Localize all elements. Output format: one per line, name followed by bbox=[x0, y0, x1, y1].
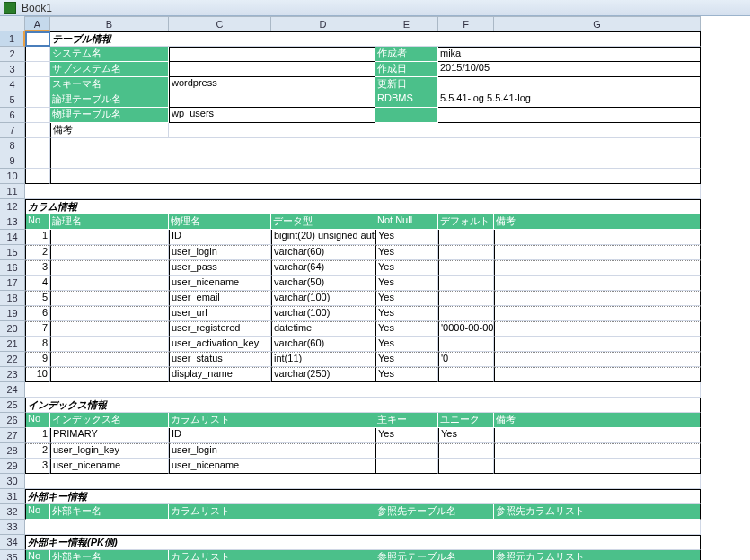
cell[interactable]: 3 bbox=[25, 459, 50, 474]
cell[interactable]: 1 bbox=[25, 230, 50, 245]
cell[interactable] bbox=[375, 459, 438, 474]
val-schema[interactable]: wordpress bbox=[169, 77, 375, 92]
row-header[interactable]: 27 bbox=[0, 428, 25, 443]
label-rdbms[interactable]: RDBMS bbox=[375, 92, 438, 108]
row-header[interactable]: 17 bbox=[0, 276, 25, 291]
cell[interactable] bbox=[494, 459, 701, 474]
label-system[interactable]: システム名 bbox=[50, 47, 169, 62]
row-header[interactable]: 18 bbox=[0, 291, 25, 306]
cell[interactable] bbox=[25, 62, 50, 77]
section-title[interactable]: 外部キー情報(PK側) bbox=[25, 535, 701, 550]
col-header-D[interactable]: D bbox=[271, 16, 375, 31]
col-name[interactable]: 外部キー名 bbox=[50, 504, 169, 520]
cell[interactable]: varchar(64) bbox=[271, 260, 375, 276]
cell[interactable] bbox=[438, 276, 494, 291]
col-no[interactable]: No bbox=[25, 413, 50, 428]
row-header[interactable]: 35 bbox=[0, 550, 25, 560]
cell[interactable]: 7 bbox=[25, 321, 50, 337]
select-all-corner[interactable] bbox=[0, 16, 25, 31]
cell[interactable] bbox=[438, 443, 494, 459]
cell[interactable]: '0 bbox=[438, 352, 494, 367]
col-logical[interactable]: 論理名 bbox=[50, 214, 169, 230]
col-default[interactable]: デフォルト bbox=[438, 214, 494, 230]
cell[interactable] bbox=[50, 230, 169, 245]
cell[interactable] bbox=[438, 260, 494, 276]
cell[interactable]: display_name bbox=[169, 367, 271, 382]
row-header[interactable]: 28 bbox=[0, 443, 25, 459]
cell[interactable]: varchar(100) bbox=[271, 291, 375, 306]
cell[interactable] bbox=[494, 367, 701, 382]
row-header[interactable]: 32 bbox=[0, 504, 25, 520]
cell[interactable] bbox=[438, 291, 494, 306]
cell[interactable] bbox=[50, 291, 169, 306]
row-header[interactable]: 29 bbox=[0, 459, 25, 474]
row-header[interactable]: 25 bbox=[0, 398, 25, 413]
cell[interactable]: user_pass bbox=[169, 260, 271, 276]
cell[interactable]: Yes bbox=[375, 321, 438, 337]
cell[interactable]: PRIMARY bbox=[50, 428, 169, 443]
row-header[interactable]: 2 bbox=[0, 47, 25, 62]
cell[interactable]: 3 bbox=[25, 260, 50, 276]
cell[interactable] bbox=[25, 123, 50, 138]
section-title[interactable]: カラム情報 bbox=[25, 199, 701, 214]
row-header[interactable]: 30 bbox=[0, 474, 25, 489]
cell[interactable]: varchar(50) bbox=[271, 276, 375, 291]
col-pk[interactable]: 主キー bbox=[375, 413, 438, 428]
val-updatedate[interactable] bbox=[438, 77, 701, 92]
label-subsystem[interactable]: サブシステム名 bbox=[50, 62, 169, 77]
col-name[interactable]: インデックス名 bbox=[50, 413, 169, 428]
row-header[interactable]: 8 bbox=[0, 138, 25, 153]
cell[interactable]: Yes bbox=[375, 276, 438, 291]
cell[interactable]: user_url bbox=[169, 306, 271, 321]
cell[interactable]: varchar(60) bbox=[271, 245, 375, 260]
workbook-titlebar[interactable]: Book1 bbox=[0, 0, 750, 16]
cell[interactable]: Yes bbox=[375, 260, 438, 276]
cell[interactable] bbox=[25, 474, 701, 489]
cell[interactable] bbox=[438, 108, 701, 123]
val-creator[interactable]: mika bbox=[438, 47, 701, 62]
cell[interactable] bbox=[494, 352, 701, 367]
cell[interactable] bbox=[494, 306, 701, 321]
col-uq[interactable]: ユニーク bbox=[438, 413, 494, 428]
cell[interactable] bbox=[25, 92, 50, 108]
cell[interactable]: Yes bbox=[375, 367, 438, 382]
row-header[interactable]: 26 bbox=[0, 413, 25, 428]
col-header-E[interactable]: E bbox=[375, 16, 438, 31]
row-header[interactable]: 15 bbox=[0, 245, 25, 260]
label-updatedate[interactable]: 更新日 bbox=[375, 77, 438, 92]
label-schema[interactable]: スキーマ名 bbox=[50, 77, 169, 92]
cell[interactable]: Yes bbox=[438, 428, 494, 443]
cell[interactable] bbox=[494, 260, 701, 276]
row-header[interactable]: 13 bbox=[0, 214, 25, 230]
col-notnull[interactable]: Not Null bbox=[375, 214, 438, 230]
cell[interactable]: user_login bbox=[169, 443, 375, 459]
cell[interactable]: user_nicename bbox=[50, 459, 169, 474]
col-cols[interactable]: カラムリスト bbox=[169, 504, 375, 520]
col-no[interactable]: No bbox=[25, 550, 50, 560]
col-header-G[interactable]: G bbox=[494, 16, 701, 31]
cell[interactable] bbox=[25, 153, 50, 169]
cell[interactable] bbox=[25, 169, 50, 184]
cell[interactable] bbox=[50, 276, 169, 291]
col-remarks[interactable]: 備考 bbox=[494, 413, 701, 428]
cell[interactable] bbox=[494, 321, 701, 337]
cell[interactable]: 2 bbox=[25, 245, 50, 260]
cell[interactable] bbox=[50, 169, 701, 184]
cell[interactable]: user_login bbox=[169, 245, 271, 260]
cell[interactable]: ID bbox=[169, 230, 271, 245]
val-remarks[interactable] bbox=[169, 123, 701, 138]
cell[interactable]: ID bbox=[169, 428, 375, 443]
cell[interactable] bbox=[438, 367, 494, 382]
row-header[interactable]: 7 bbox=[0, 123, 25, 138]
cell[interactable] bbox=[494, 230, 701, 245]
col-no[interactable]: No bbox=[25, 504, 50, 520]
cell[interactable]: Yes bbox=[375, 337, 438, 352]
row-header[interactable]: 34 bbox=[0, 535, 25, 550]
col-header-A[interactable]: A bbox=[25, 16, 50, 31]
cell[interactable] bbox=[25, 31, 50, 47]
row-header[interactable]: 4 bbox=[0, 77, 25, 92]
cell[interactable]: varchar(60) bbox=[271, 337, 375, 352]
row-header[interactable]: 6 bbox=[0, 108, 25, 123]
cell[interactable] bbox=[494, 245, 701, 260]
row-header[interactable]: 14 bbox=[0, 230, 25, 245]
